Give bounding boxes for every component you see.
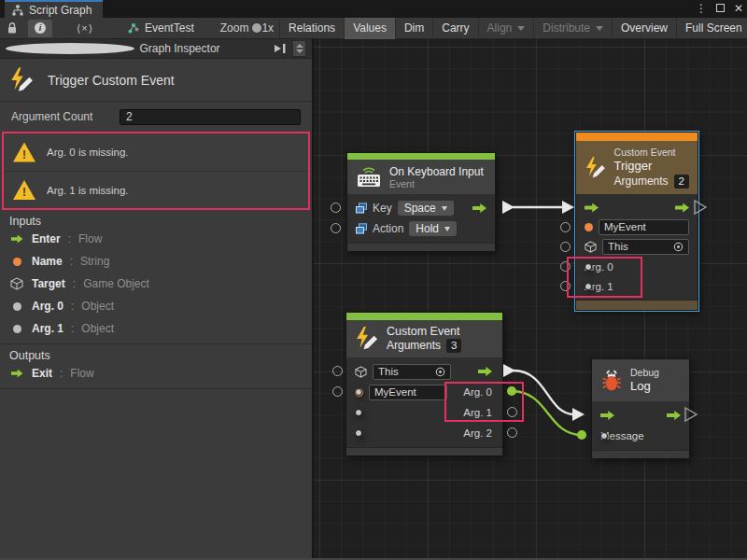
port-row-arg1: Arg. 1 : Object [0,317,312,340]
target-field[interactable]: This [602,239,689,255]
object-port-icon [585,283,592,290]
code-preview-icon[interactable]: ⟨×⟩ [56,22,110,35]
arguments-count-field[interactable]: 2 [674,175,689,189]
tab-script-graph[interactable]: Script Graph [5,0,103,18]
object-picker-icon[interactable] [435,367,445,377]
title-bar: Script Graph ⋮ ✕ [0,0,747,18]
connected-port[interactable] [577,430,586,440]
chevron-down-icon [517,26,525,31]
key-dropdown[interactable]: Space [398,201,454,216]
flow-wire [514,371,574,414]
object-picker-icon[interactable] [673,242,684,252]
flow-in-arrow-icon [600,411,614,420]
dock-panel-icon[interactable] [274,43,287,54]
relations-button[interactable]: Relations [279,18,344,39]
divider [0,343,312,344]
target-row: This [576,237,698,257]
string-port-icon [585,223,593,231]
enum-icon [356,223,367,234]
kebab-menu-icon[interactable]: ⋮ [696,0,707,18]
align-dropdown[interactable]: Align [478,18,534,39]
object-port-icon [355,429,362,437]
object-port-icon [13,302,21,311]
input-port[interactable] [560,242,571,252]
object-port-icon [600,432,608,440]
warnings-annotation-box: ! Arg. 0 is missing. ! Arg. 1 is missing… [2,132,310,210]
action-dropdown[interactable]: Hold [409,221,457,236]
input-port[interactable] [332,366,343,376]
node-body: This MyEvent Arg. 0 [346,357,502,447]
node-footer [576,300,698,310]
input-port[interactable] [331,203,341,213]
node-header: Custom Event Trigger Arguments2 [576,141,698,194]
graph-canvas[interactable]: On Keyboard Input Event Key Space [314,39,747,558]
panel-spinner[interactable] [292,40,306,57]
output-port[interactable] [507,407,517,417]
node-trigger-custom-event[interactable]: Custom Event Trigger Arguments2 MyEvent [575,132,698,311]
flow-row [576,198,698,217]
flow-out-arrow-icon [478,367,492,376]
dim-button[interactable]: Dim [395,18,432,39]
object-port-icon [355,388,362,396]
input-port[interactable] [560,261,571,272]
zoom-label: Zoom [220,21,249,35]
values-button[interactable]: Values [344,18,395,39]
target-row: This [346,361,502,382]
argument-count-label: Argument Count [11,110,120,123]
tab-title: Script Graph [29,4,92,17]
zoom-slider-knob[interactable] [252,23,261,33]
chevron-down-icon [444,227,450,231]
enum-icon [356,203,367,214]
event-name-field[interactable]: MyEvent [369,385,447,400]
argument-count-input[interactable] [120,109,301,125]
flow-out-arrow-icon [667,411,681,420]
port-row-exit: Exit : Flow [0,362,312,385]
event-name-field[interactable]: MyEvent [599,219,689,235]
graph-inspector-panel: i Graph Inspector Trigger Custom Event A… [0,39,313,558]
spin-up-icon [296,44,303,48]
arg1-row: Arg. 1 [346,402,502,423]
node-custom-event[interactable]: Custom Event Arguments3 This [345,312,503,456]
divider [0,388,312,389]
distribute-dropdown[interactable]: Distribute [533,18,612,39]
flow-row [592,405,689,426]
target-field[interactable]: This [373,364,451,380]
node-header: On Keyboard Input Event [347,160,495,194]
input-port[interactable] [560,281,571,291]
connected-port[interactable] [507,386,516,396]
maximize-icon[interactable] [716,0,725,18]
port-row-name: Name : String [0,250,312,273]
warning-icon: ! [13,180,35,200]
close-icon[interactable]: ✕ [734,0,743,18]
input-port[interactable] [560,222,571,232]
custom-event-icon [9,67,35,93]
chevron-down-icon [442,206,447,211]
carry-button[interactable]: Carry [432,18,477,39]
window-controls: ⋮ ✕ [696,0,743,18]
graph-tree-icon [12,5,23,16]
input-port[interactable] [332,386,343,397]
action-row: Action Hold [347,218,495,239]
script-graph-icon [127,21,140,35]
full-screen-button[interactable]: Full Screen [676,18,747,39]
node-footer [347,243,495,251]
event-name-row: MyEvent [576,217,698,237]
lock-icon[interactable] [0,20,24,37]
chevron-down-icon [596,26,603,31]
inspector-toggle-button[interactable]: i [28,20,52,37]
node-subtitle: Event [389,178,484,189]
output-port[interactable] [507,427,517,438]
overview-button[interactable]: Overview [612,18,676,39]
node-debug-log[interactable]: Debug Log Message [591,358,690,459]
inspector-header-title: Graph Inspector [140,42,269,55]
info-icon: i [6,43,134,54]
arg2-row: Arg. 2 [346,423,502,443]
message-row: Message [592,426,689,446]
port-row-enter: Enter : Flow [0,228,312,250]
arguments-count-field[interactable]: 3 [446,339,461,353]
flow-arrow-icon [11,370,23,378]
node-on-keyboard-input[interactable]: On Keyboard Input Event Key Space [346,152,496,252]
input-port[interactable] [331,223,341,233]
graph-breadcrumb[interactable]: EventTest [121,21,200,35]
keyboard-icon [356,167,382,188]
